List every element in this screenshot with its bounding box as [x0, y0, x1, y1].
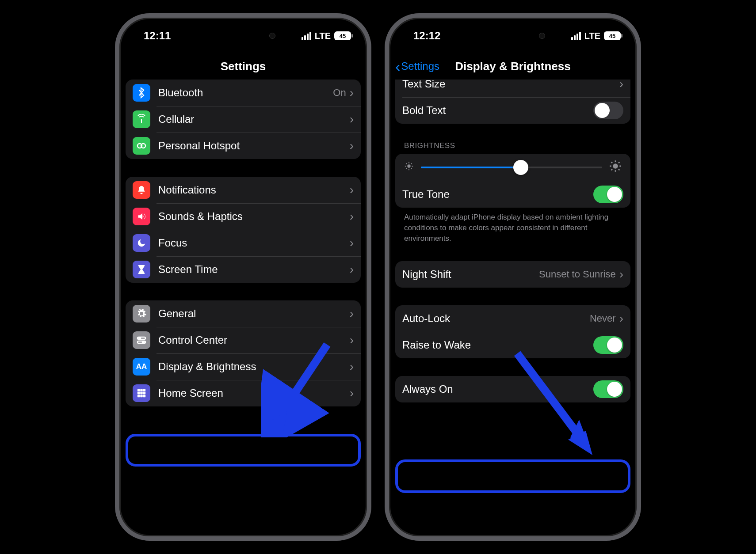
antenna-icon [133, 110, 150, 128]
row-raise-to-wake[interactable]: Raise to Wake [395, 332, 630, 358]
row-notifications[interactable]: Notifications › [126, 177, 361, 203]
row-label: Display & Brightness [158, 360, 350, 373]
speaker-icon [133, 208, 150, 225]
lock-group: Auto-Lock Never › Raise to Wake [395, 305, 630, 358]
row-true-tone[interactable]: True Tone [395, 181, 630, 208]
brightness-slider-row[interactable] [395, 154, 630, 181]
row-controlcenter[interactable]: Control Center › [126, 327, 361, 353]
row-display-brightness[interactable]: AA Display & Brightness › [126, 353, 361, 380]
row-label: Home Screen [158, 387, 350, 399]
row-focus[interactable]: Focus › [126, 230, 361, 256]
bell-icon [133, 181, 150, 199]
row-night-shift[interactable]: Night Shift Sunset to Sunrise › [395, 261, 630, 288]
switches-icon [133, 331, 150, 349]
row-cellular[interactable]: Cellular › [126, 106, 361, 133]
battery-icon: 45 [604, 31, 621, 40]
chevron-right-icon: › [350, 360, 354, 373]
svg-line-34 [619, 162, 619, 163]
dynamic-island [475, 26, 550, 46]
display-settings-list[interactable]: Text Size › Bold Text BRIGHTNESS [389, 80, 637, 536]
row-label: Sounds & Haptics [158, 210, 350, 223]
row-label: Bold Text [402, 104, 593, 117]
svg-point-26 [613, 163, 618, 169]
svg-rect-7 [140, 389, 143, 392]
raise-to-wake-toggle[interactable] [593, 336, 623, 354]
row-value: Sunset to Sunrise [539, 269, 616, 280]
always-on-toggle[interactable] [593, 380, 623, 398]
row-general[interactable]: General › [126, 300, 361, 327]
row-text-size[interactable]: Text Size › [395, 80, 630, 97]
row-bluetooth[interactable]: Bluetooth On › [126, 80, 361, 106]
row-label: Bluetooth [158, 87, 333, 99]
row-homescreen[interactable]: Home Screen › [126, 380, 361, 406]
chevron-right-icon: › [619, 268, 623, 281]
svg-rect-11 [143, 392, 146, 395]
cellular-bars-icon [571, 32, 581, 40]
dynamic-island [206, 26, 281, 46]
row-screentime[interactable]: Screen Time › [126, 256, 361, 283]
row-always-on[interactable]: Always On [395, 376, 630, 402]
true-tone-footer: Automatically adapt iPhone display based… [395, 208, 630, 243]
sun-high-icon [609, 160, 622, 175]
svg-rect-12 [137, 395, 140, 398]
moon-icon [133, 234, 150, 252]
chevron-right-icon: › [350, 113, 354, 125]
svg-point-17 [407, 164, 410, 167]
chevron-right-icon: › [619, 80, 623, 90]
bold-text-toggle[interactable] [593, 102, 623, 119]
row-bold-text[interactable]: Bold Text [395, 97, 630, 124]
link-icon [133, 137, 150, 155]
chevron-right-icon: › [619, 312, 623, 325]
svg-line-25 [411, 163, 412, 164]
true-tone-toggle[interactable] [593, 186, 623, 203]
status-time: 12:12 [413, 30, 440, 42]
bluetooth-icon [133, 84, 150, 102]
row-label: Raise to Wake [402, 339, 593, 351]
svg-point-3 [139, 338, 141, 339]
row-label: Personal Hotspot [158, 140, 350, 152]
section-header-brightness: BRIGHTNESS [395, 141, 630, 154]
sun-low-icon [404, 161, 414, 174]
svg-rect-8 [143, 389, 146, 392]
svg-rect-13 [140, 395, 143, 398]
settings-group-notifications: Notifications › Sounds & Haptics › Focus… [126, 177, 361, 283]
chevron-right-icon: › [350, 184, 354, 196]
network-label: LTE [584, 31, 600, 41]
row-label: Screen Time [158, 263, 350, 276]
row-value: On [333, 87, 346, 99]
svg-point-5 [142, 342, 144, 343]
chevron-right-icon: › [350, 387, 354, 399]
settings-list[interactable]: Bluetooth On › Cellular › Personal Hotsp… [119, 80, 367, 536]
row-hotspot[interactable]: Personal Hotspot › [126, 133, 361, 159]
phone-settings: 12:11 LTE 45 Settings Bluetooth On › [115, 13, 371, 541]
svg-line-32 [619, 169, 619, 170]
gear-icon [133, 305, 150, 323]
apps-grid-icon [133, 384, 150, 402]
back-button[interactable]: ‹ Settings [395, 59, 439, 74]
row-sounds[interactable]: Sounds & Haptics › [126, 203, 361, 230]
svg-rect-14 [143, 395, 146, 398]
svg-rect-10 [140, 392, 143, 395]
phone-display-brightness: 12:12 LTE 45 ‹ Settings Display & Bright… [385, 13, 641, 541]
row-label: General [158, 307, 350, 320]
status-time: 12:11 [144, 30, 171, 42]
cellular-bars-icon [302, 32, 311, 40]
row-label: Night Shift [402, 268, 539, 281]
row-auto-lock[interactable]: Auto-Lock Never › [395, 305, 630, 332]
brightness-slider[interactable] [421, 167, 602, 168]
page-title: Settings [221, 60, 266, 73]
page-title: Display & Brightness [455, 60, 571, 73]
battery-icon: 45 [334, 31, 351, 40]
row-label: Control Center [158, 334, 350, 346]
settings-group-connectivity: Bluetooth On › Cellular › Personal Hotsp… [126, 80, 361, 159]
chevron-right-icon: › [350, 334, 354, 346]
svg-line-23 [411, 168, 412, 169]
text-group: Text Size › Bold Text [395, 80, 630, 124]
settings-group-general: General › Control Center › AA Display & … [126, 300, 361, 406]
chevron-left-icon: ‹ [395, 59, 400, 74]
always-on-group: Always On [395, 376, 630, 402]
row-label: Focus [158, 237, 350, 249]
row-label: Always On [402, 383, 593, 395]
row-label: Cellular [158, 113, 350, 125]
svg-rect-9 [137, 392, 140, 395]
